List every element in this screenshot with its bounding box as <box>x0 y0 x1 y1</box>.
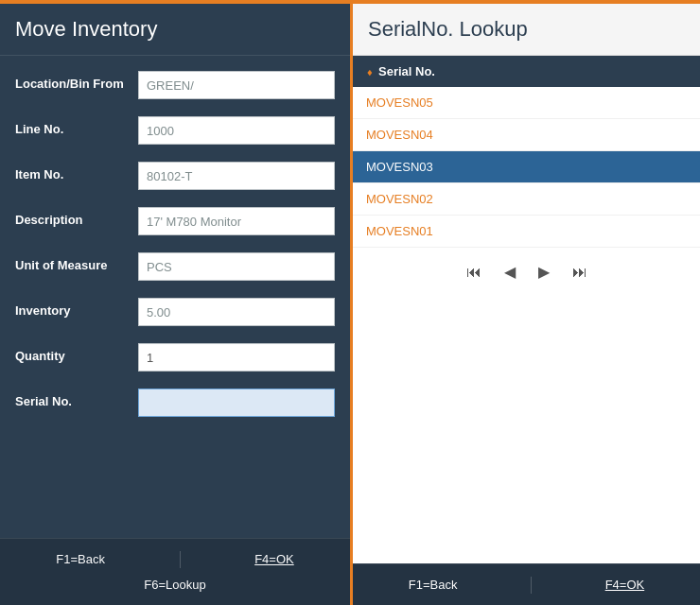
form-row: Serial No. <box>15 389 335 417</box>
lookup-row-0[interactable]: MOVESN05 <box>353 87 700 119</box>
footer-row-2: F6=Lookup <box>15 576 335 594</box>
right-f4-ok-button[interactable]: F4=OK <box>598 576 653 594</box>
lookup-row-4[interactable]: MOVESN01 <box>353 216 700 248</box>
right-footer-divider <box>531 577 532 594</box>
right-f1-back-button[interactable]: F1=Back <box>401 576 465 594</box>
field-label-6: Quantity <box>15 343 138 363</box>
field-input-5[interactable] <box>138 298 335 326</box>
lookup-row-1[interactable]: MOVESN04 <box>353 119 700 151</box>
form-row: Inventory <box>15 298 335 326</box>
field-input-4[interactable] <box>138 252 335 281</box>
footer-row-1: F1=Back F4=OK <box>15 550 335 568</box>
f6-lookup-button[interactable]: F6=Lookup <box>136 576 213 594</box>
field-input-3[interactable] <box>138 207 335 235</box>
field-input-2[interactable] <box>138 162 335 190</box>
prev-page-button[interactable]: ◀ <box>499 261 521 283</box>
lookup-rows: MOVESN05MOVESN04MOVESN03MOVESN02MOVESN01 <box>353 87 700 248</box>
left-panel: Move Inventory Location/Bin FromLine No.… <box>0 0 350 605</box>
lookup-row-3[interactable]: MOVESN02 <box>353 183 700 216</box>
next-page-button[interactable]: ▶ <box>533 261 555 283</box>
column-header-label: Serial No. <box>378 64 435 78</box>
field-label-3: Description <box>15 207 138 227</box>
last-page-button[interactable]: ⏭ <box>567 262 593 283</box>
left-panel-footer: F1=Back F4=OK F6=Lookup <box>0 538 350 605</box>
field-input-7[interactable] <box>138 389 335 417</box>
field-label-0: Location/Bin From <box>15 71 138 91</box>
f4-ok-button[interactable]: F4=OK <box>247 550 302 568</box>
lookup-row-2[interactable]: MOVESN03 <box>353 151 700 183</box>
form-row: Item No. <box>15 162 335 190</box>
left-panel-title: Move Inventory <box>0 4 350 56</box>
lookup-column-header[interactable]: ⬧ Serial No. <box>353 56 700 87</box>
first-page-button[interactable]: ⏮ <box>461 262 487 283</box>
form-row: Location/Bin From <box>15 71 335 99</box>
field-label-5: Inventory <box>15 298 138 318</box>
left-panel-body: Location/Bin FromLine No.Item No.Descrip… <box>0 56 350 538</box>
right-panel-body: ⬧ Serial No. MOVESN05MOVESN04MOVESN03MOV… <box>353 56 700 563</box>
field-label-1: Line No. <box>15 116 138 136</box>
form-row: Description <box>15 207 335 235</box>
footer-divider <box>180 551 181 568</box>
field-input-0[interactable] <box>138 71 335 99</box>
form-row: Line No. <box>15 116 335 145</box>
sort-icon: ⬧ <box>366 65 373 78</box>
field-label-4: Unit of Measure <box>15 252 138 272</box>
right-panel: SerialNo. Lookup ⬧ Serial No. MOVESN05MO… <box>350 0 700 605</box>
form-row: Unit of Measure <box>15 252 335 281</box>
form-row: Quantity <box>15 343 335 372</box>
field-label-7: Serial No. <box>15 389 138 408</box>
right-panel-footer: F1=Back F4=OK <box>353 563 700 605</box>
right-panel-title: SerialNo. Lookup <box>353 4 700 56</box>
field-input-6[interactable] <box>138 343 335 372</box>
f1-back-button[interactable]: F1=Back <box>48 550 113 568</box>
pagination: ⏮ ◀ ▶ ⏭ <box>353 248 700 296</box>
field-input-1[interactable] <box>138 116 335 145</box>
field-label-2: Item No. <box>15 162 138 182</box>
